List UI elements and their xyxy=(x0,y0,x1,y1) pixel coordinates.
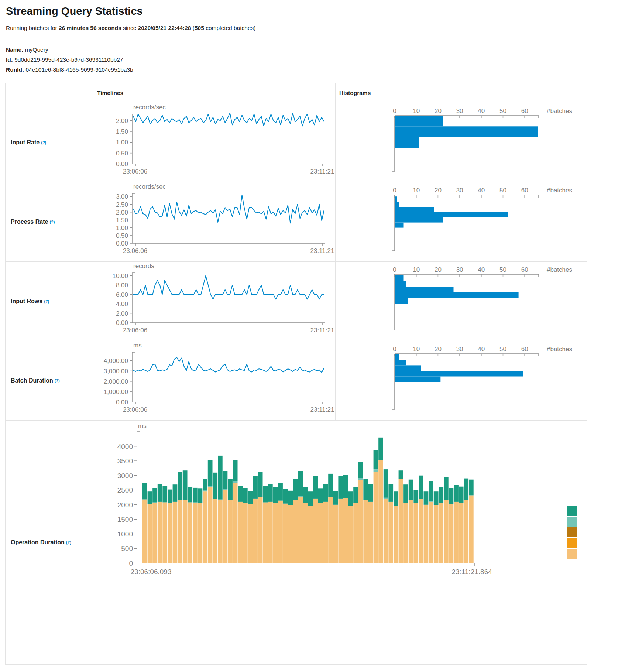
operation-duration-label: Operation Duration xyxy=(11,539,65,546)
svg-text:0: 0 xyxy=(393,107,396,114)
legend-swatch-dark-amber xyxy=(567,527,577,537)
svg-text:23:06:06: 23:06:06 xyxy=(123,406,147,413)
svg-text:50: 50 xyxy=(499,266,506,273)
svg-text:60: 60 xyxy=(521,107,528,114)
timelines-column-header: Timelines xyxy=(93,83,336,103)
svg-text:40: 40 xyxy=(478,266,485,273)
legend-swatch-orange xyxy=(567,538,577,548)
batch-duration-help-icon[interactable]: (?) xyxy=(55,378,60,383)
svg-text:10: 10 xyxy=(413,346,420,353)
svg-text:23:11:21: 23:11:21 xyxy=(310,168,334,175)
input-rows-row: Input Rows(?) records10.008.006.004.002.… xyxy=(6,261,587,341)
query-name-value: myQuery xyxy=(25,47,48,53)
svg-text:10.00: 10.00 xyxy=(112,272,128,280)
query-id-line: Id: 9d0dd219-995d-423e-b97d-36931110bb27 xyxy=(6,55,619,65)
svg-text:10: 10 xyxy=(413,107,420,114)
page-title: Streaming Query Statistics xyxy=(6,5,619,17)
input-rows-help-icon[interactable]: (?) xyxy=(44,299,49,304)
statistics-table: Timelines Histograms Input Rate(?) recor… xyxy=(5,83,587,665)
svg-text:#batches: #batches xyxy=(547,266,572,273)
process-rate-row: Process Rate(?) records/sec3.002.502.001… xyxy=(6,182,587,261)
running-batches-summary: Running batches for 26 minutes 56 second… xyxy=(6,25,619,31)
query-runid-value: 04e101e6-8bf8-4165-9099-9104c951ba3b xyxy=(25,66,133,73)
process-rate-histogram-chart: 0102030405060#batches xyxy=(336,182,587,261)
operation-duration-help-icon[interactable]: (?) xyxy=(66,540,71,545)
header-spacer-cell xyxy=(6,83,93,103)
svg-text:ms: ms xyxy=(138,422,147,429)
input-rate-label: Input Rate xyxy=(11,139,40,146)
svg-text:23:06:06: 23:06:06 xyxy=(123,327,147,334)
batch-duration-row: Batch Duration(?) ms4,000.003,000.002,00… xyxy=(6,341,587,420)
input-rate-timeline-chart: records/sec2.001.501.000.500.0023:06:062… xyxy=(93,103,336,182)
svg-text:1000: 1000 xyxy=(117,530,133,538)
svg-text:ms: ms xyxy=(133,342,142,349)
svg-text:20: 20 xyxy=(435,187,442,194)
svg-text:0: 0 xyxy=(129,559,133,567)
svg-text:20: 20 xyxy=(435,107,442,114)
input-rows-histogram-chart: 0102030405060#batches xyxy=(336,262,587,341)
page-header: Streaming Query Statistics Running batch… xyxy=(6,0,619,75)
svg-text:50: 50 xyxy=(499,187,506,194)
batch-duration-histogram-chart: 0102030405060#batches xyxy=(336,341,587,420)
svg-text:23:11:21: 23:11:21 xyxy=(310,247,334,254)
svg-text:3000: 3000 xyxy=(117,472,133,480)
svg-text:1500: 1500 xyxy=(117,515,133,523)
svg-text:#batches: #batches xyxy=(547,187,572,194)
svg-text:#batches: #batches xyxy=(547,346,572,353)
svg-text:1.00: 1.00 xyxy=(116,139,128,146)
svg-text:8.00: 8.00 xyxy=(116,282,128,289)
svg-text:4000: 4000 xyxy=(117,443,133,450)
svg-text:1.00: 1.00 xyxy=(116,224,128,232)
svg-text:records: records xyxy=(133,263,154,270)
svg-text:50: 50 xyxy=(499,346,506,353)
start-timestamp: 2020/05/21 22:44:28 xyxy=(138,25,191,31)
svg-text:0: 0 xyxy=(393,187,396,194)
svg-text:3,000.00: 3,000.00 xyxy=(104,368,128,375)
svg-text:1.50: 1.50 xyxy=(116,217,128,224)
process-rate-help-icon[interactable]: (?) xyxy=(49,220,55,224)
svg-text:30: 30 xyxy=(456,107,463,114)
svg-text:23:06:06: 23:06:06 xyxy=(123,247,147,254)
svg-text:40: 40 xyxy=(478,346,485,353)
svg-text:1.50: 1.50 xyxy=(116,128,128,135)
svg-text:60: 60 xyxy=(521,266,528,273)
svg-text:23:11:21: 23:11:21 xyxy=(310,327,334,334)
svg-text:6.00: 6.00 xyxy=(116,291,128,298)
svg-text:60: 60 xyxy=(521,187,528,194)
svg-text:30: 30 xyxy=(456,266,463,273)
svg-text:0.00: 0.00 xyxy=(116,240,128,247)
svg-text:10: 10 xyxy=(413,187,420,194)
svg-text:4.00: 4.00 xyxy=(116,301,128,308)
svg-text:30: 30 xyxy=(456,187,463,194)
input-rate-help-icon[interactable]: (?) xyxy=(41,140,46,145)
svg-text:2.50: 2.50 xyxy=(116,201,128,208)
input-rate-row: Input Rate(?) records/sec2.001.501.000.5… xyxy=(6,103,587,182)
query-name-line: Name: myQuery xyxy=(6,45,619,55)
svg-text:60: 60 xyxy=(521,346,528,353)
svg-text:0.00: 0.00 xyxy=(116,161,128,168)
svg-text:records/sec: records/sec xyxy=(133,183,166,190)
svg-text:3500: 3500 xyxy=(117,457,133,465)
svg-text:20: 20 xyxy=(435,266,442,273)
histograms-column-header: Histograms xyxy=(336,83,587,103)
svg-text:20: 20 xyxy=(435,346,442,353)
svg-text:50: 50 xyxy=(499,107,506,114)
process-rate-timeline-chart: records/sec3.002.502.001.501.000.500.002… xyxy=(93,182,336,261)
legend-swatch-tan xyxy=(567,549,577,559)
table-header-row: Timelines Histograms xyxy=(6,83,587,103)
legend-swatch-light-teal xyxy=(567,517,577,527)
svg-text:30: 30 xyxy=(456,346,463,353)
svg-text:10: 10 xyxy=(413,266,420,273)
query-meta: Name: myQuery Id: 9d0dd219-995d-423e-b97… xyxy=(6,45,619,75)
svg-text:23:06:06.093: 23:06:06.093 xyxy=(131,568,172,576)
completed-batches-count: 505 xyxy=(195,25,204,31)
running-duration: 26 minutes 56 seconds xyxy=(59,25,121,31)
svg-text:500: 500 xyxy=(121,545,133,552)
svg-text:23:06:06: 23:06:06 xyxy=(123,168,147,175)
svg-text:0.00: 0.00 xyxy=(116,319,128,326)
batch-duration-label: Batch Duration xyxy=(11,377,53,384)
operation-duration-stacked-chart: ms4000350030002500200015001000500023:06:… xyxy=(93,421,587,664)
legend-swatch-teal xyxy=(567,506,577,516)
svg-text:2,000.00: 2,000.00 xyxy=(104,378,128,385)
svg-text:0.50: 0.50 xyxy=(116,232,128,239)
